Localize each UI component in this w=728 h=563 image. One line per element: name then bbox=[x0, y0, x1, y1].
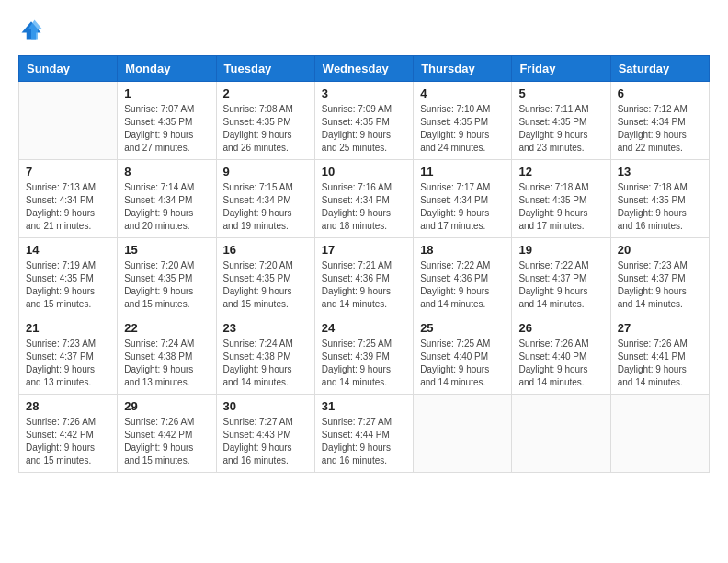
calendar-cell: 20Sunrise: 7:23 AMSunset: 4:37 PMDayligh… bbox=[610, 238, 709, 316]
day-number: 6 bbox=[618, 86, 702, 100]
day-number: 4 bbox=[420, 86, 505, 100]
day-number: 28 bbox=[26, 399, 110, 413]
day-info: Sunrise: 7:26 AMSunset: 4:41 PMDaylight:… bbox=[618, 338, 702, 389]
col-sunday: Sunday bbox=[19, 56, 118, 82]
day-number: 19 bbox=[518, 243, 603, 257]
day-info: Sunrise: 7:22 AMSunset: 4:36 PMDaylight:… bbox=[420, 259, 505, 311]
day-info: Sunrise: 7:26 AMSunset: 4:42 PMDaylight:… bbox=[26, 416, 110, 467]
calendar-cell: 24Sunrise: 7:25 AMSunset: 4:39 PMDayligh… bbox=[314, 316, 413, 395]
calendar-cell: 21Sunrise: 7:23 AMSunset: 4:37 PMDayligh… bbox=[19, 316, 118, 395]
calendar-cell bbox=[414, 395, 512, 473]
day-number: 5 bbox=[518, 86, 603, 100]
calendar-cell: 7Sunrise: 7:13 AMSunset: 4:34 PMDaylight… bbox=[19, 160, 118, 238]
day-number: 29 bbox=[124, 399, 209, 413]
day-number: 13 bbox=[618, 165, 702, 178]
day-info: Sunrise: 7:14 AMSunset: 4:34 PMDaylight:… bbox=[124, 181, 209, 233]
calendar-cell: 9Sunrise: 7:15 AMSunset: 4:34 PMDaylight… bbox=[216, 160, 314, 238]
day-info: Sunrise: 7:25 AMSunset: 4:40 PMDaylight:… bbox=[420, 338, 505, 389]
day-info: Sunrise: 7:08 AMSunset: 4:35 PMDaylight:… bbox=[223, 103, 308, 155]
day-info: Sunrise: 7:24 AMSunset: 4:38 PMDaylight:… bbox=[124, 338, 209, 389]
day-info: Sunrise: 7:23 AMSunset: 4:37 PMDaylight:… bbox=[26, 338, 110, 389]
day-number: 3 bbox=[322, 86, 406, 100]
day-info: Sunrise: 7:10 AMSunset: 4:35 PMDaylight:… bbox=[420, 103, 505, 155]
calendar-cell: 25Sunrise: 7:25 AMSunset: 4:40 PMDayligh… bbox=[414, 316, 512, 395]
day-info: Sunrise: 7:21 AMSunset: 4:36 PMDaylight:… bbox=[322, 259, 406, 311]
calendar-cell bbox=[512, 395, 610, 473]
day-info: Sunrise: 7:18 AMSunset: 4:35 PMDaylight:… bbox=[518, 181, 603, 233]
calendar-cell: 17Sunrise: 7:21 AMSunset: 4:36 PMDayligh… bbox=[314, 238, 413, 316]
day-info: Sunrise: 7:27 AMSunset: 4:44 PMDaylight:… bbox=[322, 416, 406, 467]
calendar-week-5: 28Sunrise: 7:26 AMSunset: 4:42 PMDayligh… bbox=[19, 395, 710, 473]
col-friday: Friday bbox=[512, 56, 610, 82]
day-info: Sunrise: 7:07 AMSunset: 4:35 PMDaylight:… bbox=[124, 103, 209, 155]
calendar-cell: 18Sunrise: 7:22 AMSunset: 4:36 PMDayligh… bbox=[414, 238, 512, 316]
calendar-week-2: 7Sunrise: 7:13 AMSunset: 4:34 PMDaylight… bbox=[19, 160, 710, 238]
day-number: 12 bbox=[518, 165, 603, 178]
day-info: Sunrise: 7:09 AMSunset: 4:35 PMDaylight:… bbox=[322, 103, 406, 155]
col-monday: Monday bbox=[118, 56, 216, 82]
day-number: 31 bbox=[322, 399, 406, 413]
calendar-cell: 27Sunrise: 7:26 AMSunset: 4:41 PMDayligh… bbox=[610, 316, 709, 395]
day-number: 2 bbox=[223, 86, 308, 100]
col-thursday: Thursday bbox=[414, 56, 512, 82]
calendar-cell: 11Sunrise: 7:17 AMSunset: 4:34 PMDayligh… bbox=[414, 160, 512, 238]
day-info: Sunrise: 7:11 AMSunset: 4:35 PMDaylight:… bbox=[518, 103, 603, 155]
day-info: Sunrise: 7:13 AMSunset: 4:34 PMDaylight:… bbox=[26, 181, 110, 233]
day-info: Sunrise: 7:12 AMSunset: 4:34 PMDaylight:… bbox=[618, 103, 702, 155]
calendar-week-4: 21Sunrise: 7:23 AMSunset: 4:37 PMDayligh… bbox=[19, 316, 710, 395]
day-number: 30 bbox=[223, 399, 308, 413]
header bbox=[18, 17, 710, 42]
day-info: Sunrise: 7:15 AMSunset: 4:34 PMDaylight:… bbox=[223, 181, 308, 233]
day-info: Sunrise: 7:24 AMSunset: 4:38 PMDaylight:… bbox=[223, 338, 308, 389]
day-number: 21 bbox=[26, 321, 110, 335]
calendar-table: Sunday Monday Tuesday Wednesday Thursday… bbox=[18, 55, 710, 473]
day-info: Sunrise: 7:25 AMSunset: 4:39 PMDaylight:… bbox=[322, 338, 406, 389]
calendar-cell: 19Sunrise: 7:22 AMSunset: 4:37 PMDayligh… bbox=[512, 238, 610, 316]
day-info: Sunrise: 7:17 AMSunset: 4:34 PMDaylight:… bbox=[420, 181, 505, 233]
page: Sunday Monday Tuesday Wednesday Thursday… bbox=[0, 0, 728, 563]
calendar-cell: 5Sunrise: 7:11 AMSunset: 4:35 PMDaylight… bbox=[512, 82, 610, 160]
calendar-cell bbox=[19, 82, 118, 160]
calendar-cell: 1Sunrise: 7:07 AMSunset: 4:35 PMDaylight… bbox=[118, 82, 216, 160]
day-number: 22 bbox=[124, 321, 209, 335]
day-number: 23 bbox=[223, 321, 308, 335]
day-number: 17 bbox=[322, 243, 406, 257]
calendar-cell: 3Sunrise: 7:09 AMSunset: 4:35 PMDaylight… bbox=[314, 82, 413, 160]
day-number: 7 bbox=[26, 165, 110, 178]
day-info: Sunrise: 7:22 AMSunset: 4:37 PMDaylight:… bbox=[518, 259, 603, 311]
calendar-cell: 23Sunrise: 7:24 AMSunset: 4:38 PMDayligh… bbox=[216, 316, 314, 395]
day-number: 26 bbox=[518, 321, 603, 335]
day-number: 1 bbox=[124, 86, 209, 100]
col-wednesday: Wednesday bbox=[314, 56, 413, 82]
col-saturday: Saturday bbox=[610, 56, 709, 82]
day-number: 10 bbox=[322, 165, 406, 178]
day-info: Sunrise: 7:20 AMSunset: 4:35 PMDaylight:… bbox=[223, 259, 308, 311]
calendar-cell: 14Sunrise: 7:19 AMSunset: 4:35 PMDayligh… bbox=[19, 238, 118, 316]
day-number: 15 bbox=[124, 243, 209, 257]
day-number: 20 bbox=[618, 243, 702, 257]
calendar-cell: 4Sunrise: 7:10 AMSunset: 4:35 PMDaylight… bbox=[414, 82, 512, 160]
calendar-cell: 13Sunrise: 7:18 AMSunset: 4:35 PMDayligh… bbox=[610, 160, 709, 238]
day-info: Sunrise: 7:26 AMSunset: 4:40 PMDaylight:… bbox=[518, 338, 603, 389]
day-info: Sunrise: 7:16 AMSunset: 4:34 PMDaylight:… bbox=[322, 181, 406, 233]
calendar-cell: 28Sunrise: 7:26 AMSunset: 4:42 PMDayligh… bbox=[19, 395, 118, 473]
day-number: 27 bbox=[618, 321, 702, 335]
calendar-week-3: 14Sunrise: 7:19 AMSunset: 4:35 PMDayligh… bbox=[19, 238, 710, 316]
calendar-cell: 2Sunrise: 7:08 AMSunset: 4:35 PMDaylight… bbox=[216, 82, 314, 160]
day-info: Sunrise: 7:27 AMSunset: 4:43 PMDaylight:… bbox=[223, 416, 308, 467]
calendar-cell: 12Sunrise: 7:18 AMSunset: 4:35 PMDayligh… bbox=[512, 160, 610, 238]
calendar-cell: 26Sunrise: 7:26 AMSunset: 4:40 PMDayligh… bbox=[512, 316, 610, 395]
calendar-cell: 22Sunrise: 7:24 AMSunset: 4:38 PMDayligh… bbox=[118, 316, 216, 395]
calendar-cell: 15Sunrise: 7:20 AMSunset: 4:35 PMDayligh… bbox=[118, 238, 216, 316]
header-row: Sunday Monday Tuesday Wednesday Thursday… bbox=[19, 56, 710, 82]
calendar-cell: 10Sunrise: 7:16 AMSunset: 4:34 PMDayligh… bbox=[314, 160, 413, 238]
calendar-cell bbox=[610, 395, 709, 473]
calendar-cell: 30Sunrise: 7:27 AMSunset: 4:43 PMDayligh… bbox=[216, 395, 314, 473]
day-number: 18 bbox=[420, 243, 505, 257]
day-info: Sunrise: 7:19 AMSunset: 4:35 PMDaylight:… bbox=[26, 259, 110, 311]
day-number: 16 bbox=[223, 243, 308, 257]
day-number: 25 bbox=[420, 321, 505, 335]
day-number: 24 bbox=[322, 321, 406, 335]
day-info: Sunrise: 7:26 AMSunset: 4:42 PMDaylight:… bbox=[124, 416, 209, 467]
col-tuesday: Tuesday bbox=[216, 56, 314, 82]
